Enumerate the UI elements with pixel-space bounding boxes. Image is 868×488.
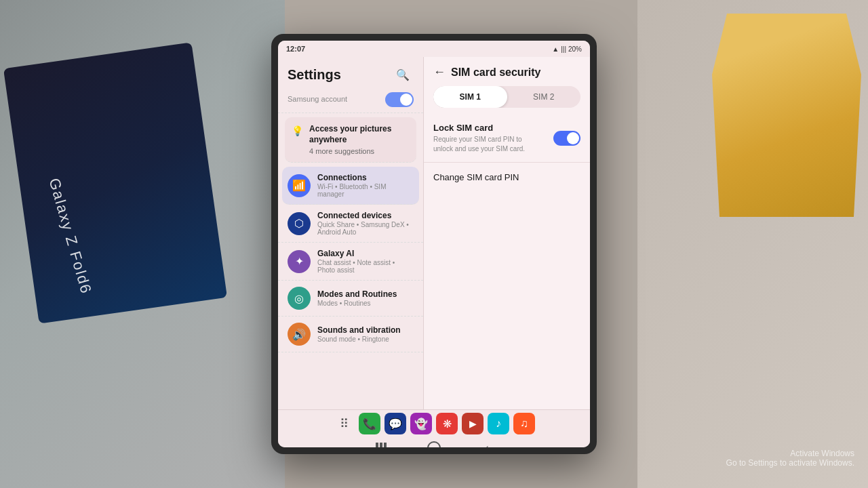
suggestions-title: Access your pictures anywhere — [309, 124, 410, 145]
search-button[interactable]: 🔍 — [392, 64, 414, 85]
galaxy-ai-text: Galaxy AI Chat assist • Note assist • Ph… — [317, 249, 414, 274]
wifi-icon: ▲ — [552, 45, 559, 53]
change-pin-title: Change SIM card PIN — [433, 172, 580, 182]
sim1-tab[interactable]: SIM 1 — [433, 86, 507, 108]
back-nav-button[interactable]: ‹ — [477, 439, 496, 447]
connected-devices-text: Connected devices Quick Share • Samsung … — [317, 211, 414, 236]
sounds-text: Sounds and vibration Sound mode • Ringto… — [317, 325, 401, 343]
suggestions-card[interactable]: 💡 Access your pictures anywhere 4 more s… — [285, 117, 416, 163]
connections-label: Connections — [317, 173, 414, 182]
back-button[interactable]: ← — [433, 65, 446, 79]
menu-item-sounds[interactable]: 🔊 Sounds and vibration Sound mode • Ring… — [278, 317, 423, 352]
connected-devices-desc: Quick Share • Samsung DeX • Android Auto — [317, 221, 414, 236]
sim-panel-title: SIM card security — [451, 66, 541, 79]
dock-app-flower[interactable]: ❋ — [436, 413, 458, 434]
recent-apps-button[interactable] — [372, 439, 391, 447]
sim-panel: ← SIM card security SIM 1 SIM 2 Lock SIM… — [424, 57, 590, 409]
battery-label: 20% — [568, 45, 582, 53]
samsung-account-row[interactable]: Samsung account — [278, 89, 423, 113]
dock-app-messages[interactable]: 💬 — [384, 413, 406, 434]
settings-panel: Settings 🔍 Samsung account 💡 Access your… — [278, 57, 424, 409]
galaxy-box-label: Galaxy Z Fold6 — [45, 176, 95, 296]
connected-devices-label: Connected devices — [317, 211, 414, 220]
menu-item-galaxy-ai[interactable]: ✦ Galaxy AI Chat assist • Note assist • … — [278, 243, 423, 281]
suggestions-subtitle: 4 more suggestions — [309, 147, 410, 155]
content-area: Settings 🔍 Samsung account 💡 Access your… — [278, 57, 590, 409]
bulb-icon: 💡 — [292, 125, 304, 140]
menu-item-connections[interactable]: 📶 Connections Wi-Fi • Bluetooth • SIM ma… — [282, 167, 419, 205]
samsung-account-toggle[interactable] — [385, 92, 414, 107]
status-icons: ▲ ||| 20% — [552, 45, 582, 53]
phone-device: 12:07 ▲ ||| 20% Settings 🔍 Samsung accou… — [271, 34, 597, 454]
modes-desc: Modes • Routines — [317, 300, 397, 307]
dock-app-phone[interactable]: 📞 — [359, 413, 380, 434]
sim-header: ← SIM card security — [424, 57, 590, 86]
settings-header: Settings 🔍 — [278, 57, 423, 89]
change-pin-item[interactable]: Change SIM card PIN — [424, 163, 590, 192]
settings-title: Settings — [288, 67, 341, 83]
status-bar: 12:07 ▲ ||| 20% — [278, 41, 590, 57]
dock-app-music[interactable]: ♫ — [513, 413, 535, 434]
sounds-desc: Sound mode • Ringtone — [317, 336, 401, 343]
suggestions-text: Access your pictures anywhere 4 more sug… — [309, 124, 410, 155]
menu-item-modes-routines[interactable]: ◎ Modes and Routines Modes • Routines — [278, 281, 423, 317]
lock-sim-toggle[interactable] — [553, 131, 580, 146]
sim-tabs: SIM 1 SIM 2 — [433, 86, 580, 108]
phone-screen: 12:07 ▲ ||| 20% Settings 🔍 Samsung accou… — [278, 41, 590, 447]
connections-text: Connections Wi-Fi • Bluetooth • SIM mana… — [317, 173, 414, 198]
connections-icon: 📶 — [288, 174, 311, 197]
modes-text: Modes and Routines Modes • Routines — [317, 289, 397, 307]
connections-desc: Wi-Fi • Bluetooth • SIM manager — [317, 183, 414, 198]
dock-app-grid[interactable]: ⠿ — [333, 413, 355, 434]
galaxy-ai-desc: Chat assist • Note assist • Photo assist — [317, 259, 414, 274]
signal-icon: ||| — [561, 45, 566, 53]
bottom-nav: ⠿ 📞 💬 👻 ❋ ▶ ♪ ♫ — [278, 409, 590, 447]
lock-sim-desc: Require your SIM card PIN to unlock and … — [433, 135, 542, 154]
dock-app-tiktok[interactable]: ♪ — [488, 413, 509, 434]
dock-app-snapchat[interactable]: 👻 — [410, 413, 432, 434]
lock-sim-item[interactable]: Lock SIM card Require your SIM card PIN … — [424, 115, 590, 163]
connected-devices-icon: ⬡ — [288, 212, 311, 235]
galaxy-ai-icon: ✦ — [288, 250, 311, 273]
galaxy-ai-label: Galaxy AI — [317, 249, 414, 258]
sounds-icon: 🔊 — [288, 323, 311, 346]
galaxy-box-packaging: Galaxy Z Fold6 — [3, 42, 227, 323]
windows-watermark: Activate Windows Go to Settings to activ… — [726, 449, 854, 468]
nav-buttons: ‹ — [278, 437, 590, 447]
windows-activate-text: Activate Windows — [726, 449, 854, 458]
dock-app-youtube[interactable]: ▶ — [462, 413, 484, 434]
lego-decoration — [712, 14, 861, 217]
sim2-tab[interactable]: SIM 2 — [507, 86, 581, 108]
status-time: 12:07 — [286, 45, 305, 53]
menu-item-connected-devices[interactable]: ⬡ Connected devices Quick Share • Samsun… — [278, 205, 423, 243]
modes-icon: ◎ — [288, 287, 311, 310]
modes-label: Modes and Routines — [317, 289, 397, 299]
home-button[interactable] — [425, 439, 443, 447]
app-dock: ⠿ 📞 💬 👻 ❋ ▶ ♪ ♫ — [278, 410, 590, 437]
lock-sim-title: Lock SIM card — [433, 123, 542, 133]
sounds-label: Sounds and vibration — [317, 325, 401, 335]
samsung-account-label: Samsung account — [288, 95, 347, 103]
windows-goto-text: Go to Settings to activate Windows. — [726, 458, 854, 468]
